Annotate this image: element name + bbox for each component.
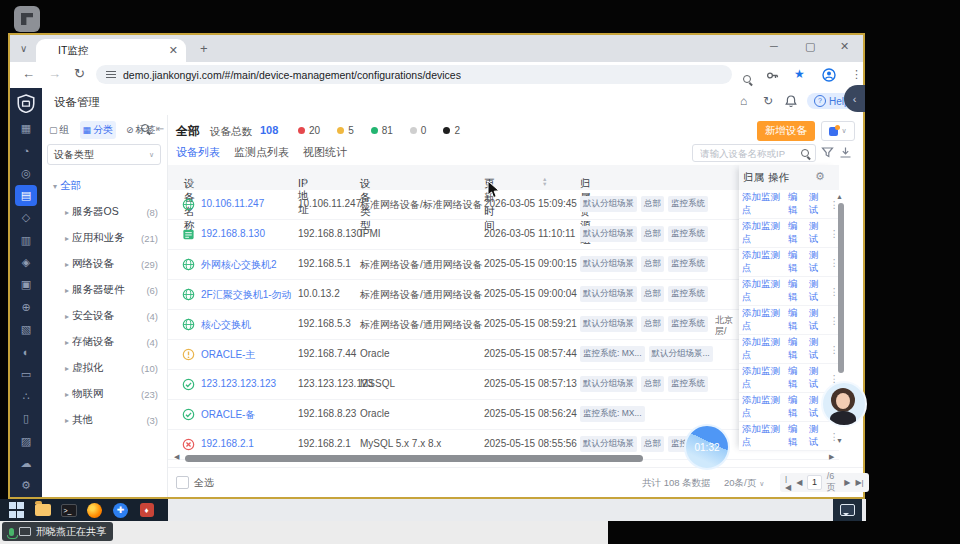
panel-collapse-icon[interactable]: ⇤ bbox=[156, 123, 164, 134]
resource-group-tag[interactable]: 总部 bbox=[641, 256, 664, 272]
sidebar-app-icon[interactable]: ▧ bbox=[15, 319, 37, 339]
sidebar-settings-icon[interactable]: ⚙ bbox=[15, 476, 37, 496]
notification-bell-icon[interactable] bbox=[785, 95, 797, 108]
bookmark-star-icon[interactable]: ★ bbox=[794, 67, 805, 81]
sidebar-history-icon[interactable]: ◔ bbox=[15, 141, 37, 161]
sidebar-web-icon[interactable]: ⊕ bbox=[15, 297, 37, 317]
resource-group-tag[interactable]: 监控系统 bbox=[668, 196, 708, 212]
sidebar-monitor-icon[interactable]: ◐ bbox=[15, 342, 37, 362]
add-monitor-link[interactable]: 添加监测点 bbox=[742, 307, 784, 333]
back-icon[interactable]: ← bbox=[22, 66, 35, 81]
sidebar-screen-icon[interactable]: ▭ bbox=[15, 364, 37, 384]
add-monitor-link[interactable]: 添加监测点 bbox=[742, 220, 784, 246]
tab-设备列表[interactable]: 设备列表 bbox=[176, 145, 220, 167]
meeting-timer-bubble[interactable]: 01:32 bbox=[684, 424, 730, 470]
edit-link[interactable]: 编辑 bbox=[788, 423, 805, 449]
tree-item-存储设备[interactable]: ▸存储设备(4) bbox=[42, 329, 168, 355]
device-name-link[interactable]: 外网核心交换机2 bbox=[201, 258, 277, 272]
sidebar-topology-icon[interactable]: ◈ bbox=[15, 252, 37, 272]
expand-arrow-icon[interactable]: ▸ bbox=[62, 208, 72, 217]
tree-item-其他[interactable]: ▸其他(3) bbox=[42, 407, 168, 433]
test-link[interactable]: 测试 bbox=[809, 307, 826, 333]
add-monitor-link[interactable]: 添加监测点 bbox=[742, 394, 784, 420]
resource-group-tag[interactable]: 总部 bbox=[641, 436, 664, 452]
expand-arrow-icon[interactable]: ▸ bbox=[62, 364, 72, 373]
scroll-down-icon[interactable]: ▼ bbox=[836, 437, 843, 444]
resource-group-tag[interactable]: 默认分组场景 bbox=[580, 316, 637, 332]
device-name-link[interactable]: 123.123.123.123 bbox=[201, 378, 276, 389]
horizontal-scrollbar[interactable] bbox=[185, 455, 643, 462]
browser-tab[interactable]: IT监控 ✕ bbox=[36, 39, 186, 62]
resource-group-tag[interactable]: 总部 bbox=[641, 316, 664, 332]
add-monitor-link[interactable]: 添加监测点 bbox=[742, 278, 784, 304]
tab-close-icon[interactable]: ✕ bbox=[169, 44, 178, 57]
browser-menu-icon[interactable]: ⋮ bbox=[851, 68, 862, 81]
device-name-link[interactable]: 192.168.8.130 bbox=[201, 228, 265, 239]
floating-overlay-icon[interactable] bbox=[14, 6, 40, 32]
test-link[interactable]: 测试 bbox=[809, 278, 826, 304]
tree-item-服务器硬件[interactable]: ▸服务器硬件(6) bbox=[42, 277, 168, 303]
resource-group-tag[interactable]: 监控系统: MX... bbox=[580, 406, 645, 422]
resource-group-tag[interactable]: 监控系统 bbox=[668, 316, 708, 332]
device-name-link[interactable]: ORACLE-备 bbox=[201, 408, 255, 422]
taskbar-explorer-icon[interactable] bbox=[34, 502, 51, 518]
tree-item-应用和业务[interactable]: ▸应用和业务(21) bbox=[42, 225, 168, 251]
sidebar-dashboard-icon[interactable]: ▦ bbox=[15, 118, 37, 138]
scroll-left-icon[interactable]: ◀ bbox=[174, 453, 179, 461]
device-search[interactable] bbox=[692, 144, 816, 162]
sidebar-alarm-icon[interactable]: ◎ bbox=[15, 163, 37, 183]
test-link[interactable]: 测试 bbox=[809, 249, 826, 275]
sidebar-cloud-icon[interactable]: ☁ bbox=[15, 453, 37, 473]
edit-link[interactable]: 编辑 bbox=[788, 249, 805, 275]
notification-tray-icon[interactable] bbox=[833, 499, 862, 521]
edit-link[interactable]: 编辑 bbox=[788, 220, 805, 246]
page-size-select[interactable]: 20条/页∨ bbox=[724, 477, 764, 490]
taskbar-terminal-icon[interactable]: >_ bbox=[60, 502, 77, 518]
resource-group-tag[interactable]: 总部 bbox=[641, 226, 664, 242]
screen-share-badge[interactable]: 邢晓燕正在共享 bbox=[2, 522, 113, 541]
resource-group-tag[interactable]: 总部 bbox=[641, 376, 664, 392]
add-monitor-link[interactable]: 添加监测点 bbox=[742, 336, 784, 362]
resource-group-tag[interactable]: 监控系统 bbox=[668, 286, 708, 302]
resource-group-tag[interactable]: 默认分组场景 bbox=[580, 256, 637, 272]
resource-group-tag[interactable]: 监控系统: MX... bbox=[580, 346, 645, 362]
webcam-avatar-bubble[interactable] bbox=[821, 381, 867, 427]
scroll-up-icon[interactable]: ▲ bbox=[836, 193, 843, 200]
sidebar-asset-icon[interactable]: ◇ bbox=[15, 208, 37, 228]
tree-item-网络设备[interactable]: ▸网络设备(29) bbox=[42, 251, 168, 277]
expand-arrow-icon[interactable]: ▸ bbox=[62, 390, 72, 399]
new-tab-button[interactable]: + bbox=[200, 41, 208, 56]
window-close-button[interactable]: ✕ bbox=[840, 40, 849, 53]
sidebar-stats-icon[interactable]: ▨ bbox=[15, 431, 37, 451]
tree-item-虚拟化[interactable]: ▸虚拟化(10) bbox=[42, 355, 168, 381]
sidebar-idcard-icon[interactable]: ▯ bbox=[15, 409, 37, 429]
test-link[interactable]: 测试 bbox=[809, 191, 826, 217]
expand-arrow-icon[interactable]: ▸ bbox=[62, 338, 72, 347]
edit-link[interactable]: 编辑 bbox=[788, 336, 805, 362]
taskbar-firefox-icon[interactable] bbox=[86, 502, 103, 518]
sidebar-card-icon[interactable]: ▣ bbox=[15, 275, 37, 295]
next-page-icon[interactable]: ▶ bbox=[844, 478, 850, 487]
resource-group-tag[interactable]: 监控系统 bbox=[668, 256, 708, 272]
sidebar-report-icon[interactable]: ▥ bbox=[15, 230, 37, 250]
device-type-select[interactable]: 设备类型 ∨ bbox=[47, 144, 161, 165]
site-settings-icon[interactable] bbox=[106, 70, 116, 79]
panel-tab-组[interactable]: ▢组 bbox=[46, 121, 73, 139]
tab-search-chevron-icon[interactable]: ∨ bbox=[20, 43, 27, 54]
taskbar-app-red-icon[interactable]: ♦ bbox=[138, 502, 155, 518]
resource-group-tag[interactable]: 监控系统 bbox=[668, 376, 708, 392]
search-icon[interactable] bbox=[801, 149, 810, 158]
expand-arrow-icon[interactable]: ▸ bbox=[62, 416, 72, 425]
edit-link[interactable]: 编辑 bbox=[788, 191, 805, 217]
sidebar-device-list-icon[interactable]: ▤ bbox=[15, 185, 37, 205]
select-all-checkbox[interactable] bbox=[176, 476, 189, 489]
address-bar[interactable]: demo.jiankongyi.com/#/main/device-manage… bbox=[96, 65, 732, 84]
column-settings-gear-icon[interactable]: ⚙ bbox=[815, 170, 825, 183]
filter-icon[interactable] bbox=[821, 146, 834, 159]
reload-icon[interactable]: ↻ bbox=[74, 66, 85, 81]
test-link[interactable]: 测试 bbox=[809, 220, 826, 246]
tab-视图统计[interactable]: 视图统计 bbox=[303, 145, 347, 167]
add-monitor-link[interactable]: 添加监测点 bbox=[742, 191, 784, 217]
side-collapse-tab[interactable]: ‹ bbox=[844, 85, 865, 112]
search-input[interactable] bbox=[698, 147, 797, 160]
